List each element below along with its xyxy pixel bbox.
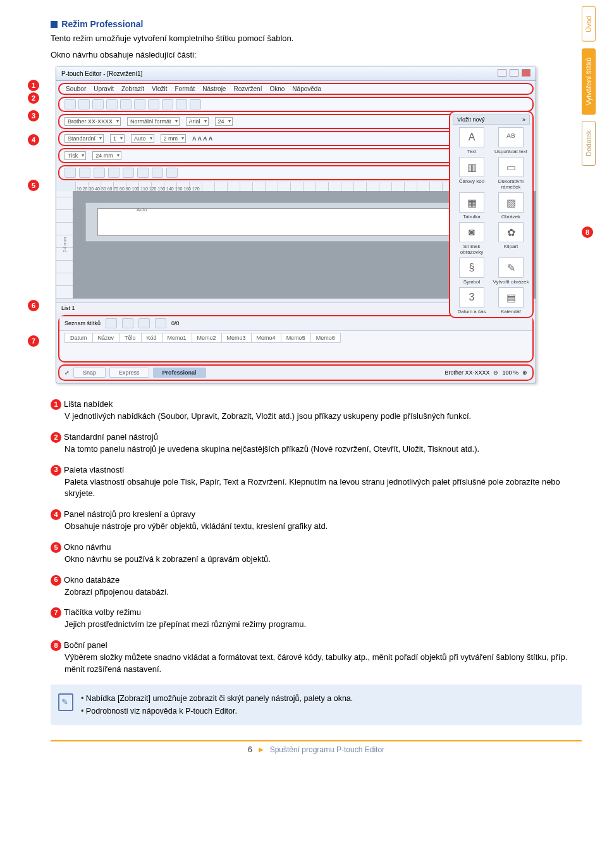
tb-save-icon[interactable] bbox=[92, 99, 104, 109]
tool-barcode-icon[interactable] bbox=[152, 168, 163, 178]
auto-select[interactable]: Auto bbox=[131, 134, 154, 143]
tab-intro[interactable]: Úvod bbox=[582, 6, 596, 42]
menu-napoveda[interactable]: Nápověda bbox=[292, 85, 321, 92]
tool-select-icon[interactable] bbox=[64, 168, 76, 178]
side-item-4[interactable]: ▦Tabulka bbox=[453, 192, 491, 220]
db-col-7[interactable]: Memo4 bbox=[251, 333, 281, 343]
tab-creating[interactable]: Vytváření štítků bbox=[582, 48, 596, 115]
legend-title: Boční panel bbox=[64, 640, 107, 650]
side-item-icon: ▦ bbox=[459, 192, 484, 213]
tb-preview-icon[interactable] bbox=[120, 99, 132, 109]
menu-upravit[interactable]: Upravit bbox=[94, 85, 114, 92]
tool-text-icon[interactable] bbox=[79, 168, 90, 178]
db-next-icon[interactable] bbox=[138, 318, 150, 328]
menu-rozvrzen[interactable]: Rozvržení bbox=[233, 85, 262, 92]
side-item-2[interactable]: ▥Čárový kód bbox=[453, 157, 491, 190]
legend-body: Obsahuje nástroje pro výběr objektů, vkl… bbox=[64, 521, 582, 533]
menu-vlozit[interactable]: Vložit bbox=[152, 85, 167, 92]
legend-num: 5 bbox=[51, 542, 61, 553]
legend-body: Zobrazí připojenou databázi. bbox=[64, 586, 582, 598]
menu-format[interactable]: Formát bbox=[175, 85, 195, 92]
tool-table-icon[interactable] bbox=[166, 168, 178, 178]
intro-line2: Okno návrhu obsahuje následující části: bbox=[51, 49, 582, 61]
side-item-label: Symbol bbox=[453, 279, 491, 285]
side-item-label: Klipart bbox=[492, 244, 530, 249]
mode-professional[interactable]: Professional bbox=[153, 368, 206, 378]
tb-print-icon[interactable] bbox=[106, 99, 118, 109]
tool-line-icon[interactable] bbox=[94, 168, 105, 178]
tb-cut-icon[interactable] bbox=[134, 99, 145, 109]
tb-redo-icon[interactable] bbox=[190, 99, 201, 109]
snap-icon[interactable]: ⤢ bbox=[64, 369, 70, 376]
db-col-9[interactable]: Memo6 bbox=[310, 333, 341, 343]
side-item-5[interactable]: ▧Obrázek bbox=[492, 192, 530, 220]
footer-crumb: Spuštění programu P-touch Editor bbox=[270, 745, 384, 754]
side-item-label: Uspořádat text bbox=[492, 149, 530, 154]
legend-body: Na tomto panelu nástrojů je uvedena skup… bbox=[64, 443, 582, 456]
note-box: Nabídka [Zobrazit] umožňuje zobrazit či … bbox=[51, 685, 582, 725]
db-col-3[interactable]: Kód bbox=[141, 333, 162, 343]
menu-soubor[interactable]: Soubor bbox=[66, 85, 86, 92]
side-item-10[interactable]: 3Datum a čas bbox=[453, 287, 491, 314]
tab-appendix[interactable]: Dodatek bbox=[582, 121, 596, 166]
menu-nastroje[interactable]: Nástroje bbox=[202, 85, 226, 92]
zoom-out-icon[interactable]: ⊖ bbox=[493, 369, 498, 376]
v-ruler: 24 mm bbox=[56, 191, 73, 299]
format-select[interactable]: Normální formát bbox=[127, 117, 180, 126]
size-select[interactable]: 2 mm bbox=[161, 134, 187, 143]
label-area[interactable]: Auto bbox=[85, 202, 510, 242]
tb-copy-icon[interactable] bbox=[148, 99, 159, 109]
side-item-8[interactable]: §Symbol bbox=[453, 257, 491, 285]
side-item-0[interactable]: AText bbox=[453, 127, 491, 154]
side-item-1[interactable]: ᴬᴮUspořádat text bbox=[492, 127, 530, 154]
tisk-select[interactable]: Tisk bbox=[64, 151, 86, 160]
side-item-icon: ✎ bbox=[498, 257, 524, 278]
zoom-in-icon[interactable]: ⊕ bbox=[522, 369, 527, 376]
db-col-4[interactable]: Memo1 bbox=[162, 333, 192, 343]
side-item-6[interactable]: ◙Snímek obrazovky bbox=[453, 222, 491, 255]
legend-title: Lišta nabídek bbox=[64, 399, 113, 409]
font-select[interactable]: Arial bbox=[186, 117, 209, 126]
std-select[interactable]: Standardní bbox=[64, 134, 104, 143]
fontsize-select[interactable]: 24 bbox=[215, 117, 233, 126]
tb-new-icon[interactable] bbox=[64, 99, 76, 109]
mode-express[interactable]: Express bbox=[109, 368, 149, 378]
db-last-icon[interactable] bbox=[155, 318, 166, 328]
menu-okno[interactable]: Okno bbox=[269, 85, 285, 92]
db-col-6[interactable]: Memo3 bbox=[221, 333, 252, 343]
min-button[interactable] bbox=[498, 69, 506, 77]
legend-list: 1Lišta nabídekV jednotlivých nabídkách (… bbox=[51, 399, 582, 675]
side-panel-collapse-icon[interactable]: » bbox=[522, 116, 525, 123]
side-item-label: Text bbox=[453, 149, 491, 154]
db-col-1[interactable]: Název bbox=[92, 333, 120, 343]
zoom-value: 100 % bbox=[502, 369, 518, 376]
db-col-0[interactable]: Datum bbox=[64, 333, 93, 343]
width-select[interactable]: 24 mm bbox=[92, 151, 121, 160]
side-item-label: Snímek obrazovky bbox=[453, 244, 491, 255]
mode-snap[interactable]: Snap bbox=[73, 368, 106, 378]
side-item-3[interactable]: ▭Dekorativní rámeček bbox=[492, 157, 530, 190]
tool-rect-icon[interactable] bbox=[108, 168, 120, 178]
std-num[interactable]: 1 bbox=[110, 134, 125, 143]
marker-1: 1 bbox=[28, 80, 39, 91]
side-item-9[interactable]: ✎Vytvořit obrázek bbox=[492, 257, 530, 285]
printer-select[interactable]: Brother XX-XXXX bbox=[64, 117, 121, 126]
menu-zobrazit[interactable]: Zobrazit bbox=[121, 85, 144, 92]
tb-paste-icon[interactable] bbox=[162, 99, 173, 109]
side-item-7[interactable]: ✿Klipart bbox=[492, 222, 530, 255]
db-col-5[interactable]: Memo2 bbox=[192, 333, 222, 343]
db-first-icon[interactable] bbox=[106, 318, 117, 328]
footer-triangle-icon: ▶ bbox=[259, 746, 264, 753]
tool-image-icon[interactable] bbox=[137, 168, 149, 178]
db-prev-icon[interactable] bbox=[122, 318, 133, 328]
max-button[interactable] bbox=[510, 69, 518, 77]
tb-undo-icon[interactable] bbox=[176, 99, 187, 109]
standard-toolbar bbox=[58, 97, 534, 112]
close-button[interactable] bbox=[522, 69, 530, 77]
legend-title: Okno databáze bbox=[64, 575, 120, 585]
db-col-8[interactable]: Memo5 bbox=[281, 333, 311, 343]
db-col-2[interactable]: Tělo bbox=[119, 333, 142, 343]
tb-open-icon[interactable] bbox=[78, 99, 90, 109]
tool-ellipse-icon[interactable] bbox=[123, 168, 134, 178]
side-item-11[interactable]: ▤Kalendář bbox=[492, 287, 530, 314]
